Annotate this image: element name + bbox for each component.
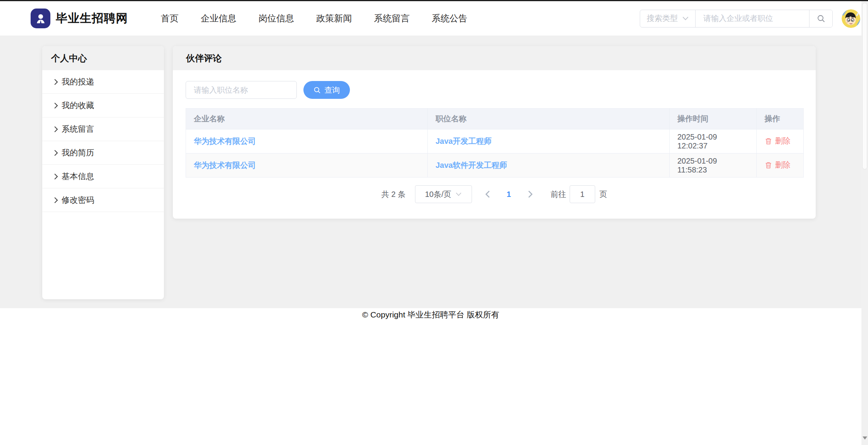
- pagination: 共 2 条 10条/页 1 前往 页: [173, 185, 816, 203]
- global-search-input[interactable]: [696, 10, 809, 27]
- sidebar-item-label: 系统留言: [62, 124, 94, 135]
- sidebar-item-my-resume[interactable]: 我的简历: [42, 141, 164, 165]
- search-type-select[interactable]: 搜索类型: [640, 10, 696, 27]
- partner-comments-panel: 伙伴评论 查询 企业名称 职位名称 操作时间 操作 华为技术有限公司 Java开…: [173, 46, 816, 219]
- sidebar-item-label: 基本信息: [62, 171, 94, 182]
- brand-name: 毕业生招聘网: [56, 10, 128, 26]
- personal-center-sidebar: 个人中心 我的投递 我的收藏 系统留言 我的简历 基本信息 修改密码: [42, 46, 164, 299]
- delete-label: 删除: [775, 160, 790, 170]
- scrollbar-thumb[interactable]: [862, 3, 867, 169]
- sidebar-item-change-password[interactable]: 修改密码: [42, 188, 164, 212]
- page-size-select[interactable]: 10条/页: [415, 185, 472, 203]
- table-header-row: 企业名称 职位名称 操作时间 操作: [186, 109, 804, 129]
- sidebar-item-my-applications[interactable]: 我的投递: [42, 70, 164, 94]
- operation-time: 2025-01-09 11:58:23: [670, 154, 757, 178]
- chevron-right-icon: [54, 102, 58, 109]
- user-avatar[interactable]: [842, 9, 860, 28]
- delete-button[interactable]: 删除: [765, 160, 790, 170]
- chevron-right-icon: [54, 173, 58, 180]
- query-button-label: 查询: [324, 85, 340, 95]
- comments-table: 企业名称 职位名称 操作时间 操作 华为技术有限公司 Java开发工程师 202…: [186, 108, 803, 178]
- sidebar-item-basic-info[interactable]: 基本信息: [42, 165, 164, 188]
- search-type-value: 搜索类型: [647, 13, 678, 24]
- chevron-down-icon: [456, 192, 462, 196]
- nav-menu: 首页 企业信息 岗位信息 政策新闻 系统留言 系统公告: [161, 12, 467, 24]
- delete-label: 删除: [775, 136, 790, 146]
- table-row: 华为技术有限公司 Java软件开发工程师 2025-01-09 11:58:23…: [186, 154, 804, 178]
- chevron-right-icon: [54, 150, 58, 156]
- position-name-input[interactable]: [186, 81, 297, 99]
- scroll-down-arrow-icon[interactable]: [863, 436, 867, 440]
- filter-row: 查询: [186, 81, 803, 99]
- vertical-scrollbar[interactable]: [861, 1, 868, 445]
- trash-icon: [765, 137, 772, 145]
- nav-item-policy-news[interactable]: 政策新闻: [316, 12, 352, 24]
- panel-title: 伙伴评论: [173, 46, 816, 70]
- column-position: 职位名称: [428, 109, 670, 129]
- position-link[interactable]: Java软件开发工程师: [436, 161, 507, 169]
- company-link[interactable]: 华为技术有限公司: [194, 161, 256, 169]
- magnifier-icon: [313, 86, 321, 94]
- nav-item-home[interactable]: 首页: [161, 12, 179, 24]
- magnifier-icon: [817, 14, 825, 23]
- column-actions: 操作: [757, 109, 804, 129]
- chevron-right-icon: [54, 79, 58, 85]
- top-navbar: 毕业生招聘网 首页 企业信息 岗位信息 政策新闻 系统留言 系统公告 搜索类型: [0, 1, 868, 36]
- sidebar-item-label: 我的简历: [62, 147, 94, 158]
- global-search-group: 搜索类型: [640, 10, 833, 28]
- goto-page-input[interactable]: [570, 185, 595, 203]
- avatar-image: [842, 9, 860, 28]
- column-time: 操作时间: [670, 109, 757, 129]
- window-top-border: [0, 0, 868, 1]
- chevron-right-icon: [54, 197, 58, 204]
- person-icon: [31, 9, 50, 28]
- goto-label: 前往: [551, 189, 566, 200]
- prev-page-button[interactable]: [485, 190, 490, 198]
- sidebar-item-my-favorites[interactable]: 我的收藏: [42, 94, 164, 117]
- table-row: 华为技术有限公司 Java开发工程师 2025-01-09 12:02:37 删…: [186, 129, 804, 154]
- chevron-left-icon: [485, 190, 490, 198]
- sidebar-item-label: 修改密码: [62, 195, 94, 205]
- copyright-footer: © Copyright 毕业生招聘平台 版权所有: [0, 309, 861, 320]
- sidebar-item-system-messages[interactable]: 系统留言: [42, 117, 164, 141]
- page-size-value: 10条/页: [425, 189, 451, 200]
- chevron-down-icon: [682, 16, 689, 21]
- chevron-right-icon: [54, 126, 58, 133]
- delete-button[interactable]: 删除: [765, 136, 790, 146]
- column-company: 企业名称: [186, 109, 428, 129]
- nav-item-jobs[interactable]: 岗位信息: [258, 12, 294, 24]
- operation-time: 2025-01-09 12:02:37: [670, 129, 757, 154]
- sidebar-title: 个人中心: [42, 46, 164, 70]
- chevron-right-icon: [528, 190, 533, 198]
- company-link[interactable]: 华为技术有限公司: [194, 137, 256, 145]
- nav-item-system-announcements[interactable]: 系统公告: [432, 12, 467, 24]
- page-unit-label: 页: [599, 189, 607, 200]
- trash-icon: [765, 161, 772, 169]
- page-number-1[interactable]: 1: [507, 190, 511, 199]
- position-link[interactable]: Java开发工程师: [436, 137, 492, 145]
- sidebar-item-label: 我的收藏: [62, 100, 94, 111]
- query-button[interactable]: 查询: [303, 81, 350, 99]
- sidebar-item-label: 我的投递: [62, 76, 94, 87]
- next-page-button[interactable]: [528, 190, 533, 198]
- global-search-button[interactable]: [809, 10, 832, 27]
- nav-item-companies[interactable]: 企业信息: [201, 12, 236, 24]
- brand-logo[interactable]: 毕业生招聘网: [31, 9, 128, 28]
- nav-item-system-messages[interactable]: 系统留言: [374, 12, 410, 24]
- pagination-total: 共 2 条: [381, 189, 405, 200]
- navbar-right: 搜索类型: [640, 9, 860, 28]
